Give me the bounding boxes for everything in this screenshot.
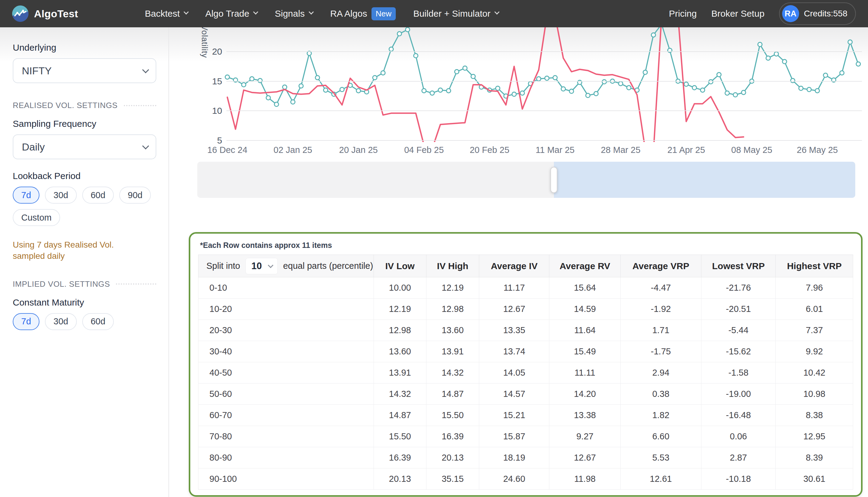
data-point-marker [471, 74, 475, 79]
value-cell: 12.98 [374, 320, 426, 341]
brand[interactable]: AlgoTest [12, 5, 78, 22]
data-point-marker [291, 100, 295, 104]
lookback-pill-30d[interactable]: 30d [45, 187, 76, 203]
data-point-marker [840, 71, 844, 75]
nav-item-ra-algos[interactable]: RA AlgosNew [330, 7, 396, 20]
value-cell: -1.75 [621, 341, 701, 362]
value-cell: 15.50 [374, 426, 426, 447]
time-range-slider[interactable] [197, 162, 855, 198]
nav-item-label: Algo Trade [205, 9, 249, 19]
nav-item-label: Backtest [145, 9, 180, 19]
maturity-pill-group: 7d30d60d [13, 313, 156, 330]
value-cell: 11.17 [479, 277, 549, 299]
value-cell: 14.32 [374, 384, 426, 405]
split-count-dropdown[interactable]: 10 [245, 258, 278, 274]
slider-handle[interactable] [551, 167, 557, 193]
x-tick-label: 26 May 25 [797, 145, 838, 155]
settings-sidebar: Underlying NIFTY REALISED VOL. SETTINGS … [0, 27, 169, 497]
table-row: 20-3012.9813.6013.3511.641.71-5.447.37 [199, 320, 853, 341]
value-cell: 8.38 [776, 405, 853, 426]
value-cell: 12.61 [621, 468, 701, 490]
credits-pill[interactable]: RA Credits:558 [779, 2, 856, 25]
column-header-highest-vrp: Highest VRP [776, 255, 853, 277]
percentile-bucket-cell: 60-70 [199, 405, 374, 426]
table-row: 30-4013.6013.9113.7415.49-1.75-15.629.92 [199, 341, 853, 362]
y-tick-label: 10 [196, 105, 222, 116]
nav-item-backtest[interactable]: Backtest [145, 9, 188, 19]
nav-item-builder-simulator[interactable]: Builder + Simulator [413, 9, 498, 19]
value-cell: 6.01 [776, 299, 853, 320]
lookback-pill-60d[interactable]: 60d [82, 187, 114, 203]
x-tick-label: 21 Apr 25 [667, 145, 705, 155]
maturity-pill-30d[interactable]: 30d [45, 313, 76, 330]
nav-link-pricing[interactable]: Pricing [669, 9, 697, 19]
credits-text: Credits:558 [804, 9, 848, 18]
value-cell: -5.44 [701, 320, 776, 341]
x-tick-label: 28 Mar 25 [601, 145, 641, 155]
table-row: 0-1010.0012.1911.1715.64-4.47-21.767.96 [199, 277, 853, 299]
gridline-y-15 [226, 81, 862, 82]
percentile-bucket-cell: 10-20 [199, 299, 374, 320]
nav-menu: BacktestAlgo TradeSignalsRA AlgosNewBuil… [145, 7, 498, 20]
vrp-percentile-table: Split into 10 equal parts (percentile) I… [198, 255, 853, 490]
value-cell: 13.91 [426, 341, 479, 362]
chevron-down-icon [268, 262, 273, 268]
table-row: 40-5013.9114.3214.0511.112.94-1.5810.42 [199, 362, 853, 384]
nav-link-broker-setup[interactable]: Broker Setup [711, 9, 765, 19]
data-point-marker [553, 75, 557, 80]
data-point-marker [250, 77, 254, 81]
chevron-down-icon [494, 10, 500, 15]
maturity-pill-7d[interactable]: 7d [13, 313, 40, 330]
percentile-bucket-cell: 40-50 [199, 362, 374, 384]
value-cell: 14.20 [549, 384, 621, 405]
value-cell: 24.60 [479, 468, 549, 490]
data-point-marker [430, 91, 434, 95]
nav-item-algo-trade[interactable]: Algo Trade [205, 9, 257, 19]
data-point-marker [512, 92, 516, 97]
lookback-pill-custom[interactable]: Custom [13, 209, 60, 226]
nav-right: Pricing Broker Setup RA Credits:558 [669, 2, 856, 25]
data-point-marker [233, 78, 238, 82]
sampling-frequency-select[interactable]: Daily [13, 134, 156, 159]
underlying-label: Underlying [13, 42, 156, 53]
value-cell: -1.92 [621, 299, 701, 320]
value-cell: 15.87 [479, 426, 549, 447]
maturity-pill-60d[interactable]: 60d [82, 313, 114, 330]
implied-vol-section-header: IMPLIED VOL. SETTINGS [13, 280, 156, 289]
column-header-average-iv: Average IV [479, 255, 549, 277]
data-point-marker [225, 75, 229, 79]
value-cell: 13.74 [479, 341, 549, 362]
brand-name: AlgoTest [34, 8, 78, 20]
nav-item-signals[interactable]: Signals [275, 9, 312, 19]
column-header-average-vrp: Average VRP [621, 255, 701, 277]
nav-item-label: Signals [275, 9, 304, 19]
value-cell: 12.67 [549, 447, 621, 468]
value-cell: 15.50 [426, 405, 479, 426]
value-cell: 7.96 [776, 277, 853, 299]
value-cell: 0.38 [621, 384, 701, 405]
lookback-pill-90d[interactable]: 90d [119, 187, 151, 203]
data-point-marker [340, 87, 344, 91]
data-point-marker [692, 86, 697, 90]
lookback-pill-7d[interactable]: 7d [13, 187, 40, 203]
percentile-table-card: *Each Row contains approx 11 items Split… [189, 232, 863, 497]
dotted-divider [116, 283, 156, 285]
value-cell: 12.19 [426, 277, 479, 299]
chart-plot[interactable] [196, 27, 863, 142]
avatar[interactable]: RA [782, 5, 799, 22]
data-point-marker [848, 40, 852, 44]
top-navbar: AlgoTest BacktestAlgo TradeSignalsRA Alg… [0, 0, 868, 27]
value-cell: 6.60 [621, 426, 701, 447]
column-header-iv-low: IV Low [374, 255, 426, 277]
value-cell: 8.39 [776, 447, 853, 468]
slider-selected-range[interactable] [554, 162, 855, 198]
split-suffix: equal parts (percentile) [283, 261, 373, 271]
underlying-select[interactable]: NIFTY [13, 58, 156, 83]
nav-item-label: Builder + Simulator [413, 9, 490, 19]
chevron-down-icon [142, 143, 149, 150]
x-tick-label: 02 Jan 25 [273, 145, 312, 155]
value-cell: 16.39 [426, 426, 479, 447]
column-header-iv-high: IV High [426, 255, 479, 277]
value-cell: 13.60 [426, 320, 479, 341]
percentile-bucket-cell: 70-80 [199, 426, 374, 447]
